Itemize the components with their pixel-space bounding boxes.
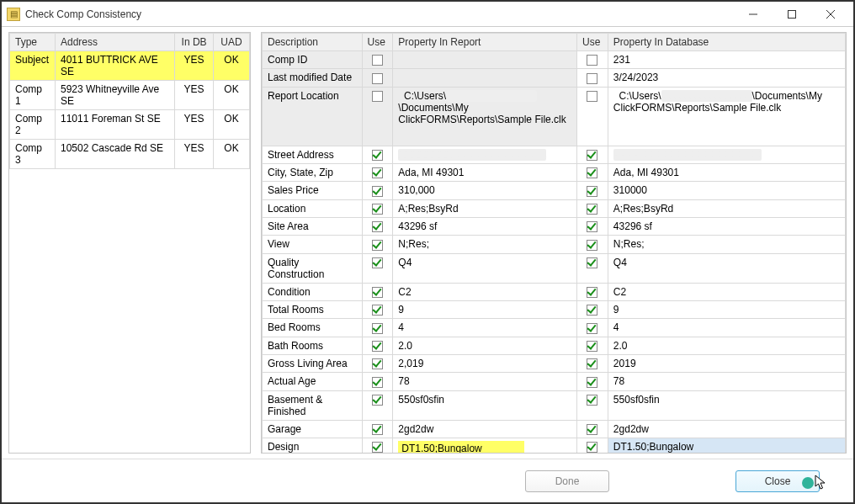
cell-prop-db: XXXXXXXXXXXXXXXXXXXXXX bbox=[608, 146, 845, 163]
maximize-button[interactable] bbox=[773, 3, 811, 26]
cell-type: Comp 1 bbox=[10, 81, 56, 110]
cell-use-report bbox=[362, 354, 393, 372]
use-checkbox[interactable] bbox=[587, 186, 597, 197]
cell-prop-db: Q4 bbox=[608, 253, 845, 283]
cell-prop-report bbox=[393, 69, 577, 87]
use-checkbox[interactable] bbox=[587, 323, 597, 334]
table-row[interactable]: Last modified Date3/24/2023 bbox=[263, 69, 846, 87]
use-checkbox[interactable] bbox=[587, 73, 597, 84]
table-row[interactable]: Subject4011 BUTTRICK AVE SEYESOK bbox=[10, 51, 250, 81]
cell-use-db bbox=[577, 253, 608, 283]
use-checkbox[interactable] bbox=[372, 73, 383, 84]
use-checkbox[interactable] bbox=[587, 305, 597, 316]
col-prop-report[interactable]: Property In Report bbox=[393, 34, 577, 51]
use-checkbox[interactable] bbox=[587, 395, 597, 406]
minimize-button[interactable] bbox=[734, 3, 773, 26]
use-checkbox[interactable] bbox=[372, 377, 383, 388]
table-row[interactable]: ViewN;Res;N;Res; bbox=[263, 236, 846, 253]
cell-desc: Basement & Finished bbox=[263, 390, 363, 420]
table-row[interactable]: Quality ConstructionQ4Q4 bbox=[263, 253, 846, 283]
col-uad[interactable]: UAD bbox=[214, 34, 250, 51]
comps-table[interactable]: Type Address In DB UAD Subject4011 BUTTR… bbox=[9, 33, 250, 169]
table-row[interactable]: LocationA;Res;BsyRdA;Res;BsyRd bbox=[263, 199, 846, 217]
use-checkbox[interactable] bbox=[587, 167, 597, 178]
table-row[interactable]: Total Rooms99 bbox=[263, 300, 846, 318]
cell-use-db bbox=[577, 182, 608, 199]
use-checkbox[interactable] bbox=[372, 424, 383, 435]
use-checkbox[interactable] bbox=[587, 204, 597, 215]
use-checkbox[interactable] bbox=[372, 91, 383, 102]
use-checkbox[interactable] bbox=[372, 341, 383, 352]
use-checkbox[interactable] bbox=[372, 186, 383, 197]
minimize-icon bbox=[749, 10, 757, 19]
done-button[interactable]: Done bbox=[525, 470, 609, 492]
table-row[interactable]: Comp 211011 Foreman St SEYESOK bbox=[10, 110, 250, 140]
table-row[interactable]: Garage2gd2dw2gd2dw bbox=[263, 420, 846, 438]
cell-desc: Site Area bbox=[263, 217, 363, 235]
close-button[interactable]: Close bbox=[736, 470, 820, 492]
table-row[interactable]: Report Location C:\Users\xxxxxxxxxxxxxxx… bbox=[263, 87, 846, 146]
use-checkbox[interactable] bbox=[372, 204, 383, 215]
table-row[interactable]: Basement & Finished550sf0sfin550sf0sfin bbox=[263, 390, 846, 420]
use-checkbox[interactable] bbox=[372, 305, 383, 316]
cell-desc: Bath Rooms bbox=[263, 337, 363, 354]
col-indb[interactable]: In DB bbox=[175, 34, 214, 51]
col-type[interactable]: Type bbox=[10, 34, 56, 51]
use-checkbox[interactable] bbox=[372, 358, 383, 369]
table-row[interactable]: Sales Price310,000310000 bbox=[263, 182, 846, 199]
table-row[interactable]: ConditionC2C2 bbox=[263, 283, 846, 300]
table-row[interactable]: Gross Living Area2,0192019 bbox=[263, 354, 846, 372]
cell-prop-report: Q4 bbox=[393, 253, 577, 283]
use-checkbox[interactable] bbox=[372, 55, 383, 66]
col-prop-db[interactable]: Property In Database bbox=[608, 34, 845, 51]
cell-use-report bbox=[362, 51, 393, 69]
use-checkbox[interactable] bbox=[587, 341, 597, 352]
table-row[interactable]: DesignDT1.50;BungalowDT1.50;Bungalow bbox=[263, 438, 846, 454]
table-row[interactable]: Street AddressXXXXXXXXXXXXXXXXXXXXXXXXXX… bbox=[263, 146, 846, 163]
cell-prop-db: 4 bbox=[608, 319, 845, 337]
cell-prop-report: 9 bbox=[393, 300, 577, 318]
cell-use-db bbox=[577, 217, 608, 235]
use-checkbox[interactable] bbox=[587, 442, 597, 453]
table-row[interactable]: Comp 310502 Cascade Rd SEYESOK bbox=[10, 140, 250, 169]
table-row[interactable]: Site Area43296 sf43296 sf bbox=[263, 217, 846, 235]
use-checkbox[interactable] bbox=[587, 287, 597, 298]
use-checkbox[interactable] bbox=[587, 240, 597, 251]
use-checkbox[interactable] bbox=[372, 167, 383, 178]
use-checkbox[interactable] bbox=[372, 150, 383, 161]
col-use-db[interactable]: Use bbox=[577, 34, 608, 51]
use-checkbox[interactable] bbox=[372, 240, 383, 251]
use-checkbox[interactable] bbox=[372, 442, 383, 453]
use-checkbox[interactable] bbox=[587, 91, 597, 102]
use-checkbox[interactable] bbox=[587, 150, 597, 161]
table-row[interactable]: Comp ID231 bbox=[263, 51, 846, 69]
table-row[interactable]: Comp 15923 Whitneyville Ave SEYESOK bbox=[10, 81, 250, 110]
use-checkbox[interactable] bbox=[372, 287, 383, 298]
table-row[interactable]: Bath Rooms2.02.0 bbox=[263, 337, 846, 354]
use-checkbox[interactable] bbox=[587, 358, 597, 369]
cell-prop-report: 43296 sf bbox=[393, 217, 577, 235]
comp-detail-table[interactable]: Description Use Property In Report Use P… bbox=[262, 33, 846, 454]
cell-uad: OK bbox=[214, 81, 250, 110]
use-checkbox[interactable] bbox=[587, 257, 597, 268]
use-checkbox[interactable] bbox=[372, 323, 383, 334]
use-checkbox[interactable] bbox=[587, 377, 597, 388]
cell-indb: YES bbox=[175, 110, 214, 140]
table-row[interactable]: Actual Age7878 bbox=[263, 373, 846, 390]
use-checkbox[interactable] bbox=[372, 221, 383, 232]
close-window-button[interactable] bbox=[811, 3, 850, 26]
use-checkbox[interactable] bbox=[372, 257, 383, 268]
table-row[interactable]: City, State, ZipAda, MI 49301Ada, MI 493… bbox=[263, 163, 846, 181]
cell-use-db bbox=[577, 337, 608, 354]
use-checkbox[interactable] bbox=[372, 395, 383, 406]
cell-use-report bbox=[362, 87, 393, 146]
col-description[interactable]: Description bbox=[263, 34, 363, 51]
use-checkbox[interactable] bbox=[587, 424, 597, 435]
table-row[interactable]: Bed Rooms44 bbox=[263, 319, 846, 337]
use-checkbox[interactable] bbox=[587, 55, 597, 66]
col-address[interactable]: Address bbox=[55, 34, 174, 51]
cell-desc: Quality Construction bbox=[263, 253, 363, 283]
use-checkbox[interactable] bbox=[587, 221, 597, 232]
cell-prop-db: 9 bbox=[608, 300, 845, 318]
col-use-report[interactable]: Use bbox=[362, 34, 393, 51]
